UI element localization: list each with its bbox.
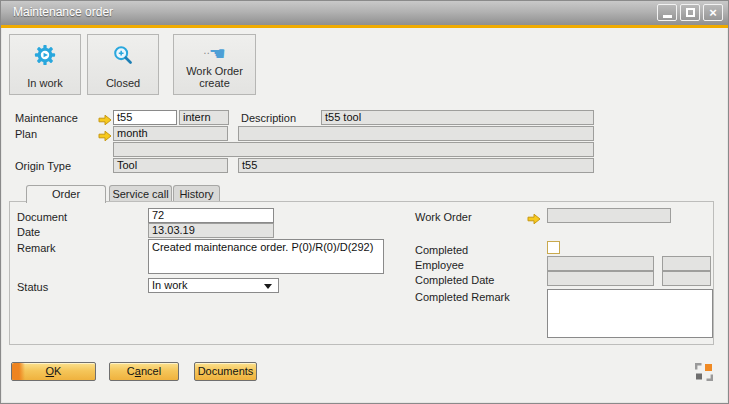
status-value: In work: [152, 279, 187, 291]
documents-button[interactable]: Documents: [194, 362, 257, 381]
default-button-stripe: [12, 363, 25, 380]
document-label: Document: [17, 210, 67, 224]
completed-date-field: [547, 271, 654, 286]
plan-field: month: [113, 126, 228, 141]
employee-label: Employee: [415, 258, 464, 272]
cancel-label: Cancel: [127, 365, 161, 377]
maintenance-label: Maintenance: [15, 111, 78, 125]
plan-label: Plan: [15, 127, 37, 141]
maintenance-code-input[interactable]: t55: [113, 110, 177, 125]
in-work-label: In work: [27, 77, 62, 89]
window-controls: ×: [657, 4, 723, 21]
description-label: Description: [241, 111, 296, 125]
completed-remark-textarea[interactable]: [547, 289, 713, 338]
title-bar[interactable]: Maintenance order ×: [1, 1, 728, 25]
plan-link-arrow-icon[interactable]: [98, 128, 112, 140]
work-order-create-label: Work Order create: [180, 65, 250, 89]
maintenance-type-field: intern: [179, 110, 229, 125]
window-title: Maintenance order: [13, 5, 113, 19]
closed-label: Closed: [106, 77, 140, 89]
maintenance-order-window: Maintenance order × In work: [0, 0, 729, 404]
work-order-label: Work Order: [415, 210, 472, 224]
date-field: 13.03.19: [148, 223, 274, 238]
origin-type-label: Origin Type: [15, 159, 71, 173]
completed-checkbox[interactable]: [547, 241, 560, 254]
close-icon: ×: [709, 5, 717, 20]
ok-button[interactable]: OK: [11, 362, 96, 381]
work-order-create-button[interactable]: ‥☚ Work Order create: [173, 34, 256, 95]
header-extra-field: [113, 142, 594, 157]
minimize-button[interactable]: [657, 4, 677, 21]
plan-right-field: [238, 126, 594, 141]
origin-type-field: Tool: [113, 158, 228, 173]
ok-label: OK: [46, 365, 62, 377]
employee-field: [547, 256, 654, 271]
in-work-button[interactable]: In work: [9, 34, 81, 95]
completed-remark-label: Completed Remark: [415, 290, 510, 304]
date-label: Date: [17, 225, 40, 239]
status-label: Status: [17, 280, 48, 294]
remark-textarea[interactable]: Created maintenance order. P(0)/R(0)/D(2…: [148, 239, 384, 274]
zoom-in-icon: [88, 44, 158, 68]
completed-label: Completed: [415, 243, 468, 257]
document-input[interactable]: 72: [148, 208, 274, 223]
description-field: t55 tool: [321, 110, 594, 125]
work-order-link-arrow-icon[interactable]: [527, 211, 541, 223]
maximize-icon: [686, 8, 695, 17]
accent-stripe: [1, 25, 728, 28]
tab-history[interactable]: History: [173, 185, 220, 202]
tab-order[interactable]: Order: [26, 185, 106, 203]
completed-date-label: Completed Date: [415, 273, 495, 287]
close-button[interactable]: ×: [703, 4, 723, 21]
tab-service-call[interactable]: Service call: [109, 185, 172, 202]
employee-extra-field: [662, 256, 711, 271]
resize-grip-icon[interactable]: [695, 363, 713, 381]
chevron-down-icon: [264, 284, 272, 289]
maintenance-link-arrow-icon[interactable]: [98, 112, 112, 124]
completed-date-extra-field: [662, 271, 711, 286]
work-order-field: [547, 208, 671, 223]
status-dropdown[interactable]: In work: [148, 278, 279, 293]
cancel-button[interactable]: Cancel: [109, 362, 179, 381]
remark-label: Remark: [17, 241, 56, 255]
hand-pointer-icon: ‥☚: [174, 44, 255, 63]
minimize-icon: [663, 15, 672, 18]
closed-button[interactable]: Closed: [87, 34, 159, 95]
gear-play-icon: [10, 44, 80, 68]
maximize-button[interactable]: [680, 4, 700, 21]
documents-label: Documents: [198, 365, 254, 377]
origin-name-field: t55: [238, 158, 594, 173]
